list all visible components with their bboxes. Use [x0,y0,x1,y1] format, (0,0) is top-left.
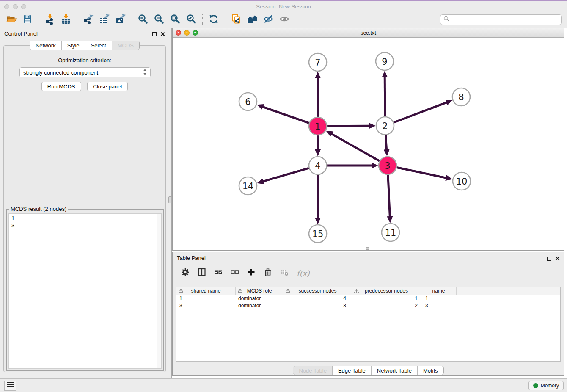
tab-node-table[interactable]: Node Table [293,366,332,375]
network-canvas[interactable]: 7968124314101511 [173,38,564,250]
tab-mcds[interactable]: MCDS [112,41,139,50]
table-panel: Table Panel f(x) shared nameMCDS rolesuc… [172,252,564,376]
table-cell[interactable]: 1 [176,295,236,302]
svg-text:15: 15 [312,229,324,239]
toolbar-separator [132,14,132,25]
import-table-button[interactable] [58,14,74,26]
toolbar-separator [77,14,77,25]
zoom-in-button[interactable] [135,14,151,26]
graph-node-15[interactable]: 15 [309,225,327,243]
import-network-icon [44,14,55,26]
open-ndex-button[interactable] [244,14,260,26]
save-session-button[interactable] [19,14,36,26]
graph-edge-4-14[interactable] [263,168,309,182]
delete-table-button[interactable] [280,268,289,278]
network-window-titlebar[interactable]: × − + scc.txt [173,28,564,38]
graph-node-6[interactable]: 6 [239,93,257,110]
delete-columns-button[interactable] [264,268,272,278]
close-panel-icon[interactable] [160,30,165,38]
export-table-button[interactable] [96,14,113,26]
refresh-view-button[interactable] [206,14,222,26]
table-cell[interactable]: 1 [421,295,457,302]
tab-network[interactable]: Network [30,41,61,50]
select-all-columns-button[interactable] [214,268,223,278]
column-header-predecessor-nodes[interactable]: predecessor nodes [352,287,421,295]
svg-text:9: 9 [382,57,387,67]
table-options-button[interactable] [181,268,190,278]
graph-node-14[interactable]: 14 [239,177,257,195]
export-image-button[interactable] [113,14,129,26]
table-cell[interactable]: dominator [236,295,284,302]
mcds-result-textarea[interactable]: 13 [8,213,162,369]
zoom-selected-button[interactable] [183,14,199,26]
graph-node-4[interactable]: 4 [309,157,327,174]
tab-style[interactable]: Style [61,41,85,50]
table-cell[interactable]: 3 [284,302,352,309]
frame-resize-grip[interactable] [366,247,369,250]
graph-edge-2-8[interactable] [394,102,447,122]
table-cell[interactable]: dominator [236,302,284,309]
tab-motifs[interactable]: Motifs [417,366,443,375]
export-network-button[interactable] [80,14,96,26]
close-panel-button[interactable]: Close panel [87,82,128,91]
table-row[interactable]: 3dominator323 [176,302,560,309]
graph-edge-1-6[interactable] [263,107,309,123]
unselect-all-columns-button[interactable] [231,268,239,278]
graph-edge-1-2[interactable] [327,126,369,126]
table-cell[interactable]: 1 [352,295,421,302]
column-header-mcds-role[interactable]: MCDS role [236,287,284,295]
graph-node-11[interactable]: 11 [382,224,399,241]
splitter-grip[interactable] [168,196,172,203]
run-mcds-button[interactable]: Run MCDS [41,82,81,91]
graph-edge-2-3[interactable] [385,135,386,150]
tab-network-table[interactable]: Network Table [371,366,417,375]
graph-edge-3-11[interactable] [388,175,390,217]
graph-node-9[interactable]: 9 [376,52,394,70]
graph-edge-3-10[interactable] [397,168,446,178]
show-columns-button[interactable] [198,268,206,278]
table-cell[interactable]: 2 [352,302,421,309]
tab-edge-table[interactable]: Edge Table [332,366,371,375]
table-panel-title: Table Panel [177,255,206,261]
search-input[interactable] [450,16,561,24]
column-header-shared-name[interactable]: shared name [176,287,236,295]
zoom-out-button[interactable] [151,14,167,26]
graph-node-10[interactable]: 10 [453,172,471,190]
show-all-button[interactable] [276,14,292,26]
graph-edge-2-9[interactable] [385,77,385,116]
table-cell[interactable]: 4 [284,295,352,302]
frame-minimize-button[interactable]: − [184,30,190,36]
zoom-fit-button[interactable] [167,14,183,26]
task-history-button[interactable] [4,381,16,391]
hide-selected-button[interactable] [260,14,276,26]
close-table-panel-icon[interactable] [555,255,560,262]
graph-node-8[interactable]: 8 [452,88,470,106]
frame-maximize-button[interactable]: + [193,30,198,36]
graph-node-7[interactable]: 7 [309,53,327,71]
memory-button[interactable]: Memory [528,381,564,390]
search-icon [443,16,450,24]
import-network-button[interactable] [42,14,58,26]
open-session-button[interactable] [3,14,19,26]
graph-edge-3-1[interactable] [331,134,380,161]
result-scrollbar[interactable] [157,214,161,368]
function-builder-button[interactable]: f(x) [297,269,310,278]
frame-close-button[interactable]: × [176,30,181,36]
optimization-criterion-select[interactable]: strongly connected component [19,67,151,77]
column-header-name[interactable]: name [421,287,457,295]
columns-icon [198,268,206,278]
table-cell[interactable]: 3 [421,302,457,309]
graph-node-1[interactable]: 1 [309,117,327,135]
column-header-successor-nodes[interactable]: successor nodes [284,287,352,295]
graph-node-2[interactable]: 2 [376,117,394,135]
search-field[interactable] [440,14,562,25]
graph-node-3[interactable]: 3 [379,157,396,174]
tab-select[interactable]: Select [85,41,112,50]
table-row[interactable]: 1dominator411 [176,295,560,302]
table-body: 1dominator4113dominator323 [176,295,560,309]
float-panel-icon[interactable] [152,32,157,36]
copy-view-button[interactable] [228,14,244,26]
table-cell[interactable]: 3 [176,302,236,309]
create-column-button[interactable] [247,268,256,278]
float-table-panel-icon[interactable] [547,257,551,261]
